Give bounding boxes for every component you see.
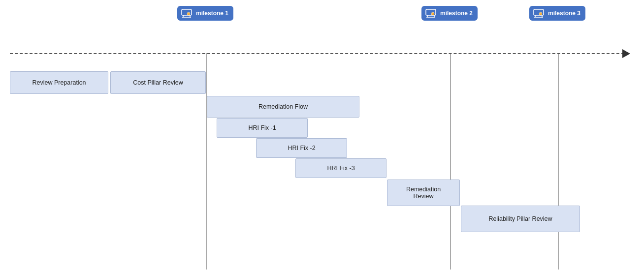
task-label-hri-fix-3: HRI Fix -3 xyxy=(327,165,354,172)
milestone-badge-m3: milestone 3 xyxy=(529,6,585,21)
milestone-label: milestone 3 xyxy=(548,10,580,17)
task-label-review-prep: Review Preparation xyxy=(32,79,86,86)
milestone-icon xyxy=(180,8,193,18)
task-bar-hri-fix-1: HRI Fix -1 xyxy=(217,118,308,138)
timeline-arrow xyxy=(622,49,630,58)
task-bar-cost-pillar: Cost Pillar Review xyxy=(110,71,206,94)
task-label-remediation-review: Remediation Review xyxy=(406,186,441,200)
task-bar-remediation-review: Remediation Review xyxy=(387,180,460,206)
milestone-badge-m2: milestone 2 xyxy=(421,6,478,21)
svg-point-11 xyxy=(431,12,434,15)
timeline-line xyxy=(10,53,629,54)
task-label-cost-pillar: Cost Pillar Review xyxy=(133,79,183,86)
milestone-tick-m2 xyxy=(450,53,451,270)
milestone-icon xyxy=(532,8,545,18)
task-bar-remediation-flow: Remediation Flow xyxy=(207,96,359,118)
gantt-chart: milestone 1 milestone 2 xyxy=(0,0,644,270)
task-bar-reliability-pillar: Reliability Pillar Review xyxy=(461,206,580,232)
task-label-reliability-pillar: Reliability Pillar Review xyxy=(488,215,552,222)
task-bar-hri-fix-2: HRI Fix -2 xyxy=(256,138,347,158)
task-bar-hri-fix-3: HRI Fix -3 xyxy=(295,158,386,178)
milestone-tick-m1 xyxy=(206,53,207,270)
milestone-icon xyxy=(424,8,437,18)
task-bar-review-prep: Review Preparation xyxy=(10,71,108,94)
milestone-badge-m1: milestone 1 xyxy=(177,6,233,21)
milestone-label: milestone 2 xyxy=(440,10,473,17)
task-label-hri-fix-2: HRI Fix -2 xyxy=(288,145,315,151)
svg-point-18 xyxy=(539,12,542,15)
task-label-hri-fix-1: HRI Fix -1 xyxy=(248,124,276,131)
milestone-label: milestone 1 xyxy=(196,10,228,17)
svg-point-4 xyxy=(187,12,190,15)
milestone-tick-m3 xyxy=(558,53,559,270)
task-label-remediation-flow: Remediation Flow xyxy=(258,103,308,110)
